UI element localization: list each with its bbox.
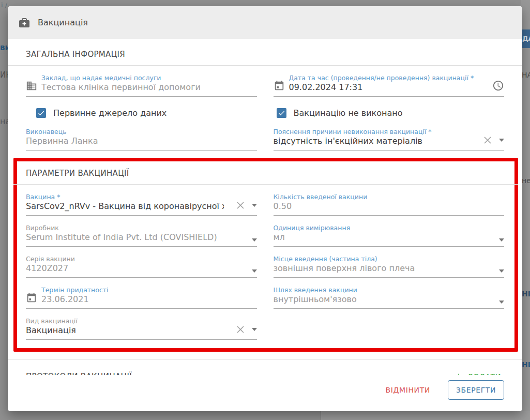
performer-value: Первинна Ланка [26,136,257,146]
route-field[interactable]: Шлях введення вакцини внутрішньом'язово [274,283,505,309]
amount-field[interactable]: Кількість введеної вакцини 0.50 [274,190,505,216]
expiration-label: Термін придатності [41,286,257,294]
backdrop-breadcrumb-fragment: ї / [1,1,7,9]
parameters-left-column: Вакцина * SarsCov2_nRVv - Вакцина від ко… [26,185,257,340]
vaccine-field[interactable]: Вакцина * SarsCov2_nRVv - Вакцина від ко… [26,190,257,216]
datetime-label: Дата та час (проведення/не проведення) в… [289,74,489,82]
expiration-field[interactable]: Термін придатності 23.06.2021 [26,283,257,309]
cancel-button[interactable]: ВІДМІНИТИ [384,382,432,398]
clock-icon[interactable] [492,80,504,92]
vaccination-dialog: Вакцинація ЗАГАЛЬНА ІНФОРМАЦІЯ Заклад, щ… [8,6,522,411]
general-grid: Заклад, що надає медичні послуги Тестова… [26,66,504,151]
dialog-footer: ВІДМІНИТИ ЗБЕРЕГТИ [8,375,522,411]
save-button[interactable]: ЗБЕРЕГТИ [448,380,504,400]
parameters-grid: Вакцина * SarsCov2_nRVv - Вакцина від ко… [26,185,504,340]
check-icon [278,109,285,117]
facility-label: Заклад, що надає медичні послуги [41,74,257,82]
clear-icon[interactable] [235,200,246,211]
parameters-right-column: Кількість введеної вакцини 0.50 Одиниця … [274,185,505,340]
not-performed-label: Вакцинацію не виконано [294,108,403,118]
not-performed-checkbox[interactable] [277,108,286,118]
performer-label: Виконавець [26,128,257,136]
unit-field[interactable]: Одиниця вимірювання мл [274,221,505,247]
site-value: зовнішня поверхня лівого плеча [274,263,489,274]
backdrop-divider-fragment [321,411,321,420]
chevron-down-icon[interactable] [252,269,257,273]
add-protocol-button[interactable]: ДОДАТИ [451,371,504,375]
chevron-down-icon[interactable] [499,139,504,142]
reason-field[interactable]: Пояснення причини невиконання вакцинації… [274,125,505,151]
parameters-section-title: ПАРАМЕТРИ ВАКЦИНАЦІЇ [26,169,504,178]
protocols-header: ПРОТОКОЛИ ВАКЦИНАЦІЇ ДОДАТИ [26,371,504,375]
manufacturer-label: Виробник [26,224,241,232]
chevron-down-icon[interactable] [499,238,504,242]
not-performed-checkbox-row[interactable]: Вакцинацію не виконано [277,106,505,119]
chevron-down-icon[interactable] [499,301,504,304]
series-label: Серія вакцини [26,255,241,263]
manufacturer-field[interactable]: Виробник Serum Institute of India Pvt. L… [26,221,257,247]
vaccine-label: Вакцина * [26,193,224,201]
general-left-column: Заклад, що надає медичні послуги Тестова… [26,66,257,151]
manufacturer-value: Serum Institute of India Pvt. Ltd (COVIS… [26,232,241,243]
site-field[interactable]: Місце введення (частина тіла) зовнішня п… [274,252,505,278]
primary-source-checkbox-row[interactable]: Первинне джерело даних [36,106,257,119]
parameters-highlight-box: ПАРАМЕТРИ ВАКЦИНАЦІЇ Вакцина * SarsCov2_… [13,158,518,352]
expiration-value: 23.06.2021 [41,294,257,305]
amount-value: 0.50 [274,201,505,212]
clear-icon[interactable] [482,135,493,145]
calendar-icon [26,292,37,304]
divider [8,359,522,359]
clear-icon[interactable] [235,324,246,335]
reason-label: Пояснення причини невиконання вакцинації… [274,128,472,136]
kind-value: Вакцинація [26,325,224,336]
chevron-down-icon[interactable] [499,269,504,273]
site-label: Місце введення (частина тіла) [274,255,489,263]
reason-value: відсутність ін'єкційних матеріалів [274,136,472,146]
chevron-down-icon[interactable] [252,328,257,331]
kind-label: Вид вакцинації [26,317,224,325]
backdrop-dashed-line [0,53,7,53]
facility-value: Тестова клініка первинної допомоги [41,82,257,93]
medical-kit-icon [18,17,31,29]
datetime-field[interactable]: Дата та час (проведення/не проведення) в… [274,71,505,97]
general-section-title: ЗАГАЛЬНА ІНФОРМАЦІЯ [26,50,504,59]
unit-label: Одиниця вимірювання [274,224,489,232]
kind-field[interactable]: Вид вакцинації Вакцинація [26,314,257,340]
backdrop-panel-fragment [321,411,530,420]
vaccine-value: SarsCov2_nRVv - Вакцина від коронавірусн… [26,201,224,212]
series-value: 4120Z027 [26,263,241,274]
building-icon [26,80,37,92]
route-label: Шлях введення вакцини [274,286,489,294]
datetime-value: 09.02.2024 17:31 [289,82,489,93]
backdrop-text-fragment: НІ [522,290,530,298]
backdrop-text-fragment: не [522,176,530,185]
check-icon [37,109,45,117]
general-right-column: Дата та час (проведення/не проведення) в… [274,66,505,151]
series-field[interactable]: Серія вакцини 4120Z027 [26,252,257,278]
calendar-icon [274,80,285,92]
performer-field[interactable]: Виконавець Первинна Ланка [26,125,257,151]
unit-value: мл [274,232,489,243]
amount-label: Кількість введеної вакцини [274,193,505,201]
primary-source-checkbox[interactable] [36,108,46,118]
backdrop-button-fragment: ДА [521,29,530,48]
backdrop-text-fragment: НА [522,71,530,79]
dialog-title: Вакцинація [38,18,88,27]
route-value: внутрішньом'язово [274,294,489,305]
backdrop-text-fragment: НЦ [522,361,530,369]
facility-field[interactable]: Заклад, що надає медичні послуги Тестова… [26,71,257,97]
chevron-down-icon[interactable] [252,204,257,207]
chevron-down-icon[interactable] [252,238,257,242]
primary-source-label: Первинне джерело даних [53,108,166,118]
dialog-header: Вакцинація [8,6,522,39]
dialog-body: ЗАГАЛЬНА ІНФОРМАЦІЯ Заклад, що надає мед… [8,39,522,375]
